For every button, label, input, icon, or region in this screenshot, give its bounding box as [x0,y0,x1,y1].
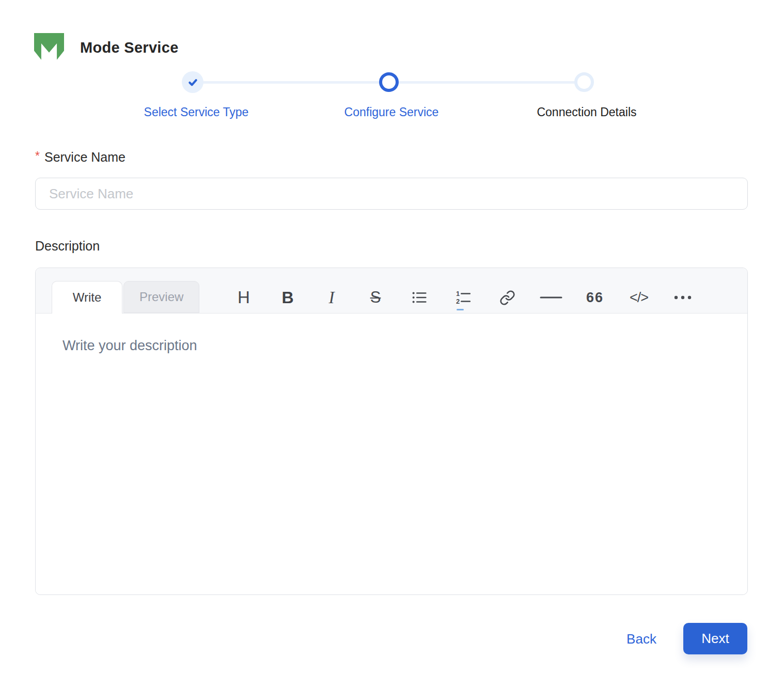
tab-write[interactable]: Write [52,281,122,314]
service-name-label: * Service Name [35,150,126,165]
heading-icon[interactable]: H [229,283,258,312]
check-icon [187,76,199,88]
description-textarea[interactable] [36,314,747,594]
step-label-connection-details: Connection Details [537,105,636,119]
service-name-input[interactable] [35,178,748,210]
description-editor: Write Preview H B I S [35,268,748,595]
step-label-configure-service: Configure Service [344,105,439,119]
italic-icon[interactable]: I [317,283,346,312]
ordered-list-icon[interactable]: 1 2 [449,283,478,312]
editor-tabs: Write Preview [52,281,199,314]
service-name-label-text: Service Name [44,150,126,165]
description-label: Description [35,239,100,254]
description-label-text: Description [35,239,100,254]
unordered-list-icon[interactable] [405,283,434,312]
editor-toolbar-bar: Write Preview H B I S [36,268,747,314]
tab-preview[interactable]: Preview [123,281,199,313]
stepper: Select Service Type Configure Service Co… [0,0,784,129]
ordered-list-active-indicator [457,309,464,310]
quote-icon[interactable]: 66 [581,283,609,312]
step-label-select-service-type: Select Service Type [144,105,249,119]
code-icon[interactable]: </> [624,283,653,312]
step-3-pending-indicator [574,72,594,92]
svg-text:1: 1 [456,290,460,297]
svg-text:2: 2 [456,297,460,305]
bold-icon[interactable]: B [273,283,302,312]
step-connector [193,81,389,84]
step-1-completed-indicator [182,71,203,93]
next-button[interactable]: Next [683,623,747,654]
step-connector [389,81,584,84]
configure-service-page: Mode Service Select Service Type Configu… [0,0,784,689]
link-icon[interactable] [493,283,522,312]
back-button[interactable]: Back [618,629,665,649]
strikethrough-icon[interactable]: S [361,283,390,312]
step-2-active-indicator [379,72,399,92]
horizontal-rule-icon[interactable] [537,283,566,312]
more-icon[interactable] [668,283,697,312]
required-marker: * [35,149,40,163]
